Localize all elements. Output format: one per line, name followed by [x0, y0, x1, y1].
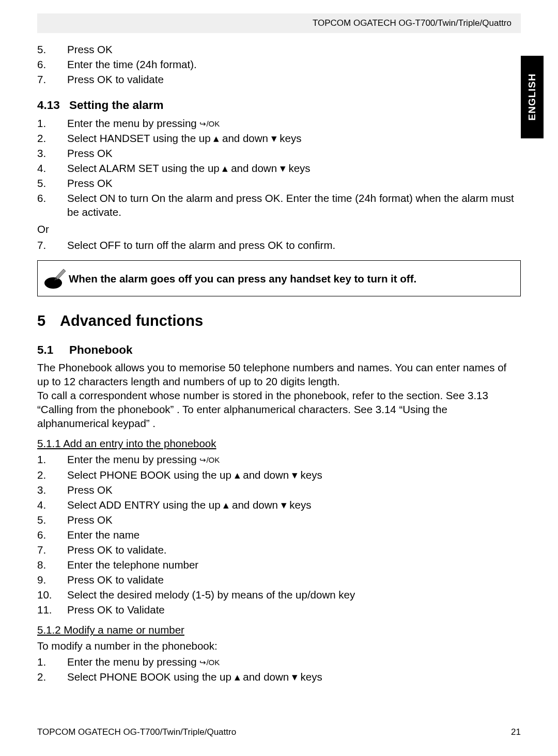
page-footer: TOPCOM OGATECH OG-T700/Twin/Triple/Quatt… [37, 727, 521, 737]
step-text: Enter the name [67, 528, 521, 542]
ok-menu-icon: ↪/OK [199, 455, 220, 464]
step-number: 7. [37, 72, 67, 86]
note-pencil-icon [43, 267, 67, 289]
list-item: 6.Enter the name [37, 528, 521, 542]
list-item: 1.Enter the menu by pressing ↪/OK [37, 655, 521, 669]
footer-product: TOPCOM OGATECH OG-T700/Twin/Triple/Quatt… [37, 727, 236, 737]
ok-menu-icon: ↪/OK [199, 658, 220, 667]
step-text: Press OK [67, 146, 521, 160]
list-item: 1.Enter the menu by pressing ↪/OK [37, 116, 521, 130]
section-5-1-2-heading: 5.1.2 Modify a name or number [37, 623, 521, 637]
list-item: 7.Select OFF to turn off the alarm and p… [37, 238, 521, 252]
step-number: 10. [37, 588, 67, 602]
section-4-13-heading: 4.13Setting the alarm [37, 98, 521, 113]
up-arrow-icon: ▴ [235, 671, 240, 683]
step-number: 6. [37, 528, 67, 542]
step-text: Select the desired melody (1-5) by means… [67, 588, 521, 602]
step-number: 6. [37, 191, 67, 219]
up-arrow-icon: ▴ [213, 132, 219, 144]
list-item: 4.Select ALARM SET using the up ▴ and do… [37, 161, 521, 175]
content-area: 5.Press OK6.Enter the time (24h format).… [37, 42, 521, 684]
list-item: 5.Press OK [37, 513, 521, 527]
step-number: 8. [37, 558, 67, 572]
step-number: 2. [37, 468, 67, 482]
section-5-1-paragraph: The Phonebook allows you to memorise 50 … [37, 360, 521, 430]
step-number: 3. [37, 146, 67, 160]
step-text: Select ON to turn On the alarm and press… [67, 191, 521, 219]
header-band: TOPCOM OGATECH OG-T700/Twin/Triple/Quatt… [37, 13, 521, 33]
chapter-title: Advanced functions [60, 312, 203, 329]
section-4-13-steps-b: 7.Select OFF to turn off the alarm and p… [37, 238, 521, 252]
section-4-13-steps-a: 1.Enter the menu by pressing ↪/OK2.Selec… [37, 116, 521, 219]
step-text: Select HANDSET using the up ▴ and down ▾… [67, 131, 521, 145]
step-number: 1. [37, 655, 67, 669]
step-number: 11. [37, 603, 67, 617]
down-arrow-icon: ▾ [292, 469, 298, 481]
step-number: 2. [37, 131, 67, 145]
list-item: 2.Select PHONE BOOK using the up ▴ and d… [37, 670, 521, 684]
list-item: 11.Press OK to Validate [37, 603, 521, 617]
section-5-1-heading: 5.1Phonebook [37, 342, 521, 358]
step-number: 9. [37, 573, 67, 587]
note-text: When the alarm goes off you can press an… [69, 272, 416, 286]
section-5-1-2-intro: To modify a number in the phonebook: [37, 639, 521, 653]
step-text: Select PHONE BOOK using the up ▴ and dow… [67, 468, 521, 482]
section-title: Setting the alarm [69, 99, 164, 112]
step-text: Press OK [67, 176, 521, 190]
list-item: 7.Press OK to validate. [37, 543, 521, 557]
list-item: 1.Enter the menu by pressing ↪/OK [37, 452, 521, 466]
list-item: 2.Select PHONE BOOK using the up ▴ and d… [37, 468, 521, 482]
chapter-number: 5 [37, 311, 60, 330]
continued-steps: 5.Press OK6.Enter the time (24h format).… [37, 42, 521, 86]
or-separator: Or [37, 222, 521, 236]
step-text: Press OK to validate [67, 573, 521, 587]
language-label: ENGLISH [526, 73, 538, 120]
list-item: 8.Enter the telephone number [37, 558, 521, 572]
list-item: 7.Press OK to validate [37, 72, 521, 86]
manual-page: TOPCOM OGATECH OG-T700/Twin/Triple/Quatt… [0, 0, 558, 756]
list-item: 2.Select HANDSET using the up ▴ and down… [37, 131, 521, 145]
step-number: 7. [37, 543, 67, 557]
step-text: Press OK to Validate [67, 603, 521, 617]
up-arrow-icon: ▴ [235, 469, 240, 481]
step-number: 7. [37, 238, 67, 252]
list-item: 6.Enter the time (24h format). [37, 57, 521, 71]
list-item: 3.Press OK [37, 483, 521, 497]
step-number: 6. [37, 57, 67, 71]
list-item: 3.Press OK [37, 146, 521, 160]
section-5-1-2-steps: 1.Enter the menu by pressing ↪/OK2.Selec… [37, 655, 521, 684]
down-arrow-icon: ▾ [292, 671, 298, 683]
down-arrow-icon: ▾ [280, 162, 286, 174]
step-number: 3. [37, 483, 67, 497]
step-number: 1. [37, 452, 67, 466]
down-arrow-icon: ▾ [281, 499, 287, 511]
list-item: 9.Press OK to validate [37, 573, 521, 587]
note-box: When the alarm goes off you can press an… [37, 260, 521, 296]
list-item: 4.Select ADD ENTRY using the up ▴ and do… [37, 498, 521, 512]
svg-point-0 [44, 277, 62, 289]
list-item: 5.Press OK [37, 42, 521, 56]
language-tab: ENGLISH [521, 56, 544, 138]
section-number: 4.13 [37, 98, 69, 113]
up-arrow-icon: ▴ [223, 499, 229, 511]
step-text: Select ADD ENTRY using the up ▴ and down… [67, 498, 521, 512]
step-text: Enter the menu by pressing ↪/OK [67, 116, 521, 130]
footer-page-number: 21 [511, 727, 521, 737]
step-number: 5. [37, 176, 67, 190]
header-product: TOPCOM OGATECH OG-T700/Twin/Triple/Quatt… [313, 18, 512, 28]
step-text: Select OFF to turn off the alarm and pre… [67, 238, 521, 252]
down-arrow-icon: ▾ [271, 132, 277, 144]
list-item: 5.Press OK [37, 176, 521, 190]
section-5-1-1-heading: 5.1.1 Add an entry into the phonebook [37, 436, 521, 450]
step-text: Enter the menu by pressing ↪/OK [67, 452, 521, 466]
step-number: 5. [37, 513, 67, 527]
step-text: Press OK [67, 42, 521, 56]
step-text: Press OK [67, 483, 521, 497]
up-arrow-icon: ▴ [222, 162, 228, 174]
step-number: 2. [37, 670, 67, 684]
step-number: 5. [37, 42, 67, 56]
ok-menu-icon: ↪/OK [199, 119, 220, 128]
svg-marker-1 [56, 269, 66, 279]
step-text: Press OK to validate [67, 72, 521, 86]
step-text: Select ALARM SET using the up ▴ and down… [67, 161, 521, 175]
